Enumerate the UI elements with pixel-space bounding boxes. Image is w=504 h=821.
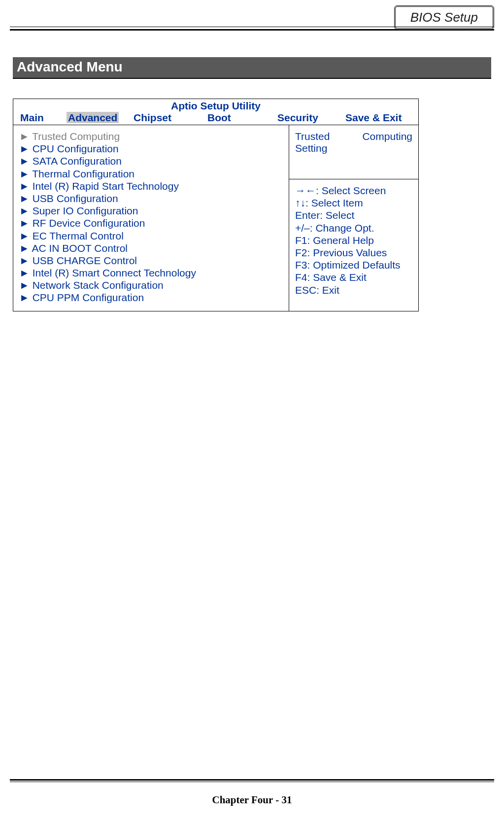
submenu-icon: ►: [19, 279, 30, 291]
submenu-icon: ►: [19, 292, 30, 303]
submenu-icon: ►: [19, 267, 30, 278]
help-line: +/–: Change Opt.: [295, 222, 412, 234]
info-word: Trusted: [295, 130, 330, 142]
submenu-icon: ►: [19, 168, 30, 179]
menu-item-trusted-computing[interactable]: ► Trusted Computing: [19, 130, 283, 142]
help-line: F3: Optimized Defaults: [295, 259, 412, 271]
menu-item-sata-configuration[interactable]: ► SATA Configuration: [19, 155, 283, 167]
menu-item-rf-device[interactable]: ► RF Device Configuration: [19, 217, 283, 229]
tab-save-exit[interactable]: Save & Exit: [345, 112, 402, 124]
submenu-icon: ►: [19, 242, 30, 254]
submenu-icon: ►: [19, 155, 30, 167]
help-line: Enter: Select: [295, 209, 412, 221]
menu-item-ac-in-boot[interactable]: ► AC IN BOOT Control: [19, 242, 283, 254]
help-line: F4: Save & Exit: [295, 271, 412, 283]
tab-security[interactable]: Security: [277, 112, 339, 124]
submenu-icon: ►: [19, 131, 30, 142]
footer-rule-thick: [10, 779, 494, 781]
bios-help-box: →←: Select Screen ↑↓: Select Item Enter:…: [289, 179, 418, 304]
submenu-icon: ►: [19, 143, 30, 154]
header-rule-thick: [10, 29, 494, 31]
menu-item-network-stack[interactable]: ► Network Stack Configuration: [19, 279, 283, 291]
tab-advanced[interactable]: Advanced: [67, 112, 128, 124]
submenu-icon: ►: [19, 217, 30, 229]
bios-title: Aptio Setup Utility: [13, 99, 418, 112]
submenu-icon: ►: [19, 205, 30, 216]
menu-item-thermal-configuration[interactable]: ► Thermal Configuration: [19, 168, 283, 180]
menu-item-smart-connect[interactable]: ► Intel (R) Smart Connect Technology: [19, 267, 283, 279]
help-line: ↑↓: Select Item: [295, 197, 412, 209]
footer-rule-thin: [10, 782, 494, 782]
help-line: F1: General Help: [295, 234, 412, 246]
bios-panel: Aptio Setup Utility Main Advanced Chipse…: [13, 99, 419, 311]
submenu-icon: ►: [19, 180, 30, 192]
help-line: →←: Select Screen: [295, 184, 412, 197]
info-word: Setting: [295, 142, 412, 154]
submenu-icon: ►: [19, 255, 30, 266]
section-title: Advanced Menu: [13, 57, 491, 79]
tab-boot[interactable]: Boot: [207, 112, 271, 124]
menu-item-cpu-configuration[interactable]: ► CPU Configuration: [19, 142, 283, 155]
page-badge: BIOS Setup: [394, 5, 494, 30]
menu-item-usb-charge[interactable]: ► USB CHARGE Control: [19, 254, 283, 267]
bios-menu-list: ► Trusted Computing ► CPU Configuration …: [13, 125, 289, 311]
submenu-icon: ►: [19, 193, 30, 204]
menu-item-usb-configuration[interactable]: ► USB Configuration: [19, 192, 283, 205]
menu-item-cpu-ppm[interactable]: ► CPU PPM Configuration: [19, 291, 283, 304]
bios-info-box: Trusted Computing Setting: [289, 125, 418, 179]
tab-chipset[interactable]: Chipset: [134, 112, 202, 124]
tab-main[interactable]: Main: [20, 112, 61, 124]
menu-item-rapid-start[interactable]: ► Intel (R) Rapid Start Technology: [19, 180, 283, 192]
submenu-icon: ►: [19, 230, 30, 241]
bios-tabs: Main Advanced Chipset Boot Security Save…: [13, 112, 418, 125]
menu-item-super-io[interactable]: ► Super IO Configuration: [19, 205, 283, 217]
info-word: Computing: [362, 130, 412, 142]
header-rule-thin: [10, 27, 494, 27]
page-footer: Chapter Four - 31: [0, 794, 504, 806]
help-line: F2: Previous Values: [295, 246, 412, 259]
help-line: ESC: Exit: [295, 284, 412, 296]
menu-item-ec-thermal[interactable]: ► EC Thermal Control: [19, 230, 283, 242]
